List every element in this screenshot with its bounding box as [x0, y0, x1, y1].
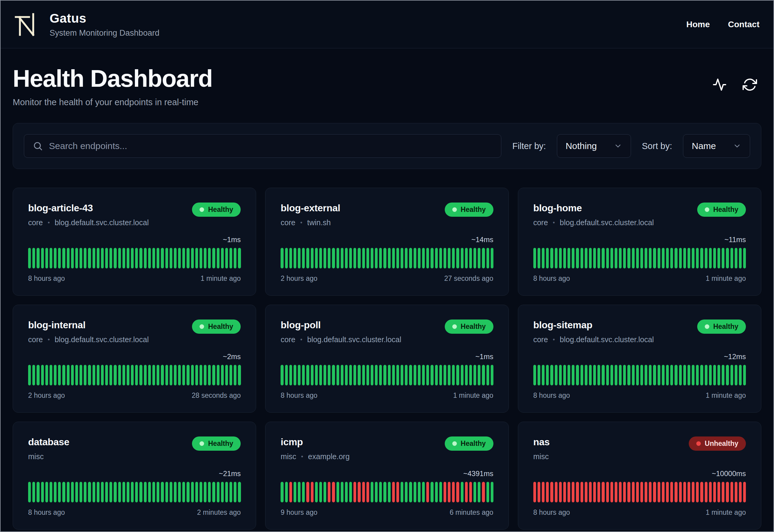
history-bar[interactable]: [555, 482, 558, 502]
history-bar[interactable]: [439, 482, 442, 502]
history-bar[interactable]: [311, 365, 314, 385]
history-bar[interactable]: [105, 248, 108, 268]
history-bar[interactable]: [71, 365, 74, 385]
history-bar[interactable]: [170, 365, 172, 385]
history-bar[interactable]: [422, 365, 425, 385]
history-bar[interactable]: [452, 365, 455, 385]
history-bar[interactable]: [717, 482, 720, 502]
history-bar[interactable]: [139, 365, 142, 385]
history-bar[interactable]: [161, 482, 164, 502]
history-bar[interactable]: [200, 248, 202, 268]
history-bar[interactable]: [152, 248, 155, 268]
history-bar[interactable]: [422, 248, 425, 268]
history-bar[interactable]: [371, 482, 373, 502]
history-bar[interactable]: [709, 365, 712, 385]
history-bar[interactable]: [358, 365, 360, 385]
history-bar[interactable]: [469, 365, 472, 385]
history-bar[interactable]: [392, 365, 395, 385]
history-bar[interactable]: [692, 482, 694, 502]
history-bar[interactable]: [135, 482, 138, 502]
history-bar[interactable]: [28, 365, 31, 385]
history-bar[interactable]: [627, 365, 630, 385]
history-bar[interactable]: [75, 365, 78, 385]
history-bar[interactable]: [67, 365, 70, 385]
history-bar[interactable]: [653, 248, 656, 268]
activity-icon[interactable]: [712, 77, 727, 92]
history-bar[interactable]: [726, 365, 729, 385]
history-bar[interactable]: [165, 482, 168, 502]
history-bar[interactable]: [182, 248, 185, 268]
history-bar[interactable]: [281, 248, 283, 268]
history-bar[interactable]: [593, 248, 596, 268]
history-bar[interactable]: [610, 248, 613, 268]
history-bar[interactable]: [195, 365, 198, 385]
history-bar[interactable]: [285, 248, 288, 268]
history-bar[interactable]: [379, 365, 382, 385]
history-bar[interactable]: [97, 482, 99, 502]
history-bar[interactable]: [114, 482, 116, 502]
history-bar[interactable]: [465, 482, 468, 502]
history-bar[interactable]: [221, 248, 224, 268]
history-bar[interactable]: [200, 365, 202, 385]
history-bar[interactable]: [683, 248, 686, 268]
history-bar[interactable]: [289, 365, 292, 385]
search-box[interactable]: [24, 134, 501, 158]
history-bar[interactable]: [234, 248, 236, 268]
history-bar[interactable]: [593, 365, 596, 385]
history-bar[interactable]: [182, 482, 185, 502]
history-bar[interactable]: [45, 482, 48, 502]
history-bar[interactable]: [311, 248, 314, 268]
history-bar[interactable]: [54, 482, 57, 502]
history-bar[interactable]: [533, 365, 536, 385]
history-bar[interactable]: [114, 365, 116, 385]
history-bar[interactable]: [482, 248, 485, 268]
history-bar[interactable]: [375, 365, 378, 385]
history-bar[interactable]: [212, 482, 215, 502]
history-bar[interactable]: [632, 248, 635, 268]
history-bar[interactable]: [41, 482, 44, 502]
nav-link-home[interactable]: Home: [686, 20, 710, 29]
history-bar[interactable]: [101, 482, 104, 502]
history-bar[interactable]: [563, 248, 566, 268]
history-bar[interactable]: [640, 365, 643, 385]
history-bar[interactable]: [302, 482, 305, 502]
history-bar[interactable]: [683, 482, 686, 502]
history-bar[interactable]: [713, 482, 716, 502]
history-bar[interactable]: [93, 482, 95, 502]
history-bar[interactable]: [332, 365, 335, 385]
history-bar[interactable]: [212, 248, 215, 268]
history-bar[interactable]: [139, 248, 142, 268]
history-bar[interactable]: [298, 248, 301, 268]
history-bar[interactable]: [75, 248, 78, 268]
history-bar[interactable]: [32, 482, 35, 502]
history-bar[interactable]: [109, 482, 112, 502]
history-bar[interactable]: [62, 365, 65, 385]
history-bar[interactable]: [662, 248, 665, 268]
history-bar[interactable]: [576, 248, 579, 268]
history-bar[interactable]: [649, 248, 652, 268]
history-bar[interactable]: [88, 248, 91, 268]
history-bar[interactable]: [435, 365, 438, 385]
history-bar[interactable]: [306, 365, 309, 385]
history-bar[interactable]: [491, 248, 493, 268]
history-bar[interactable]: [118, 482, 121, 502]
history-bar[interactable]: [383, 482, 386, 502]
history-bar[interactable]: [589, 248, 592, 268]
history-bar[interactable]: [152, 482, 155, 502]
history-bar[interactable]: [688, 482, 690, 502]
history-bar[interactable]: [538, 482, 540, 502]
history-bar[interactable]: [131, 482, 134, 502]
history-bar[interactable]: [444, 365, 446, 385]
history-bar[interactable]: [409, 365, 412, 385]
history-bar[interactable]: [362, 248, 365, 268]
history-bar[interactable]: [589, 365, 592, 385]
history-bar[interactable]: [431, 365, 433, 385]
history-bar[interactable]: [84, 248, 86, 268]
history-bar[interactable]: [469, 248, 472, 268]
history-bar[interactable]: [542, 482, 545, 502]
history-bar[interactable]: [414, 365, 416, 385]
history-bar[interactable]: [486, 482, 489, 502]
history-bar[interactable]: [328, 365, 330, 385]
history-bar[interactable]: [649, 482, 652, 502]
history-bar[interactable]: [97, 365, 99, 385]
